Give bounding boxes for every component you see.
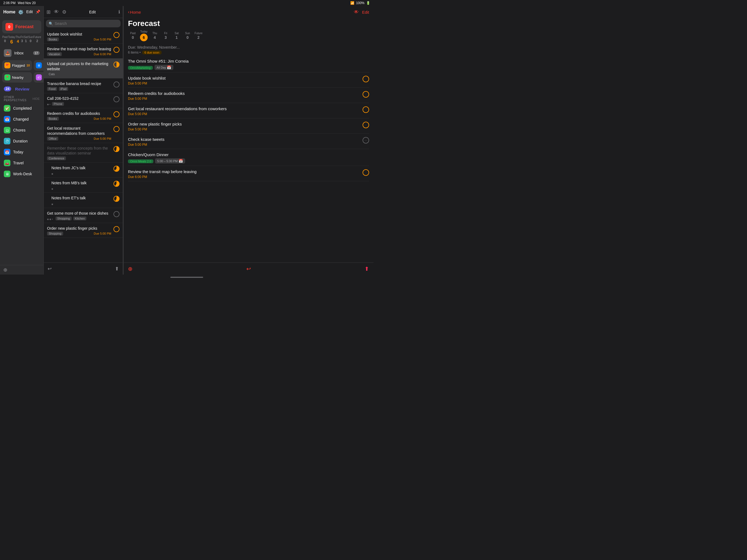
task-checkbox[interactable] bbox=[113, 96, 120, 102]
eye-icon[interactable]: 👁 bbox=[354, 9, 359, 15]
undo-icon[interactable]: ↩ bbox=[247, 265, 251, 272]
task-due: Due 5:00 PM bbox=[94, 117, 111, 120]
sidebar-item-tags[interactable]: 🏷 Tags bbox=[34, 72, 44, 82]
task-checkbox[interactable] bbox=[113, 111, 120, 117]
sidebar-item-forecast[interactable]: 0 Forecast bbox=[2, 20, 41, 33]
task-item[interactable]: Get some more of those nice dishes ■ ■ •… bbox=[44, 208, 123, 223]
sidebar-item-review[interactable]: 24 Review bbox=[0, 84, 44, 94]
review-badge: 24 bbox=[4, 86, 11, 91]
sidebar-item-chores[interactable]: 🗂 Chores bbox=[0, 125, 44, 136]
sidebar-grid: 🚩 Flagged 10 ⊞ Projects 📍 Nearby 🏷 Tags bbox=[0, 59, 44, 84]
search-input[interactable] bbox=[55, 21, 118, 26]
task-checkbox[interactable] bbox=[113, 81, 120, 87]
right-checkbox[interactable]: ··· bbox=[363, 137, 369, 144]
right-task-item[interactable]: The Omni Show #51: Jim Correia OmniMarke… bbox=[128, 55, 369, 73]
sidebar-item-flagged[interactable]: 🚩 Flagged 10 bbox=[2, 60, 32, 71]
right-checkbox[interactable] bbox=[363, 122, 369, 128]
right-task-item[interactable]: Update book wishlist Due 5:00 PM bbox=[128, 73, 369, 88]
items-summary: 6 items • 6 due soon bbox=[128, 51, 369, 54]
forecast-days-row: Past 0 Today 6 Thu 4 Fri 3 Sat 1 bbox=[0, 34, 44, 47]
status-bar: 2:06 PM Wed Nov 20 📶 100% 🔋 bbox=[0, 0, 374, 6]
task-item[interactable]: Review the transit map before leaving Va… bbox=[44, 44, 123, 58]
task-tag: Books bbox=[47, 117, 59, 121]
task-item[interactable]: Notes from MB's talk ■ bbox=[44, 178, 123, 193]
right-checkbox[interactable] bbox=[363, 169, 369, 176]
sidebar-item-duration[interactable]: ⏱ Duration bbox=[0, 136, 44, 147]
right-checkbox[interactable] bbox=[363, 91, 369, 98]
task-checkbox[interactable] bbox=[113, 181, 120, 187]
task-meta: Cats bbox=[47, 72, 111, 76]
changed-icon: 📅 bbox=[4, 116, 10, 123]
add-task-icon[interactable]: ⊕ bbox=[128, 265, 133, 272]
right-task-item[interactable]: Check kcase tweets Due 5:00 PM ··· bbox=[128, 134, 369, 149]
task-checkbox[interactable] bbox=[113, 32, 120, 38]
task-checkbox[interactable] bbox=[113, 126, 120, 132]
task-checkbox[interactable] bbox=[113, 226, 120, 232]
share-icon[interactable]: ⬆ bbox=[115, 266, 119, 272]
right-edit-button[interactable]: Edit bbox=[362, 10, 369, 15]
task-item[interactable]: Get local restaurant recommendations fro… bbox=[44, 123, 123, 143]
duration-label: Duration bbox=[13, 139, 28, 143]
right-task-item[interactable]: Review the transit map before leaving Du… bbox=[128, 166, 369, 181]
task-item[interactable]: Transcribe banana bread recipe Food iPad bbox=[44, 78, 123, 93]
right-bottom-bar: ⊕ ↩ ⬆ bbox=[124, 262, 374, 275]
sidebar-item-inbox[interactable]: 📥 Inbox 17 bbox=[0, 47, 44, 59]
day-col-today[interactable]: Today 6 bbox=[139, 30, 149, 41]
right-checkbox[interactable] bbox=[363, 76, 369, 82]
right-task-item[interactable]: Order new plastic finger picks Due 5:00 … bbox=[128, 119, 369, 134]
wifi-icon: 📶 bbox=[350, 1, 354, 5]
status-time: 2:06 PM bbox=[3, 1, 16, 5]
hide-button[interactable]: HIDE bbox=[32, 97, 40, 100]
add-perspective-icon[interactable]: ⊕ bbox=[3, 267, 7, 273]
sidebar-item-today[interactable]: 📅 Today bbox=[0, 147, 44, 157]
pin-icon[interactable]: 📌 bbox=[35, 9, 40, 15]
middle-panel: ⊞ 👁 ⚙ Edit ℹ 🔍 Update book wishlist Book… bbox=[44, 6, 123, 275]
right-task-item[interactable]: Get local restaurant recommendations fro… bbox=[128, 103, 369, 119]
task-checkbox[interactable] bbox=[113, 146, 120, 152]
sidebar-item-nearby[interactable]: 📍 Nearby bbox=[2, 72, 32, 82]
filter-icon[interactable]: ⚙ bbox=[62, 9, 67, 15]
undo-icon[interactable]: ↩ bbox=[48, 266, 52, 272]
task-checkbox[interactable] bbox=[113, 211, 120, 217]
sidebar-item-projects[interactable]: ⊞ Projects bbox=[34, 60, 44, 71]
flagged-badge: 10 bbox=[27, 64, 30, 67]
back-button[interactable]: ‹ Home bbox=[128, 9, 141, 15]
info-icon[interactable]: ℹ bbox=[119, 9, 120, 15]
view-icon[interactable]: ⊞ bbox=[47, 9, 51, 15]
task-title: Review the transit map before leaving bbox=[47, 47, 111, 51]
middle-edit-button[interactable]: Edit bbox=[89, 10, 96, 14]
task-item[interactable]: Order new plastic finger picks Shopping … bbox=[44, 223, 123, 238]
other-perspectives-header: OTHER PERSPECTIVES HIDE bbox=[0, 94, 44, 103]
forecast-day-today: Today 6 bbox=[8, 35, 15, 45]
task-due: Due 5:00 PM bbox=[94, 232, 111, 235]
sidebar-item-changed[interactable]: 📅 Changed bbox=[0, 114, 44, 125]
task-item[interactable]: Redeem credits for audiobooks Books Due … bbox=[44, 108, 123, 123]
task-item[interactable]: Update book wishlist Books Due 5:00 PM bbox=[44, 29, 123, 44]
task-title: Transcribe banana bread recipe bbox=[47, 81, 111, 86]
right-checkbox[interactable] bbox=[363, 106, 369, 113]
sidebar-item-completed[interactable]: ✅ Completed bbox=[0, 103, 44, 114]
task-item[interactable]: Remember these concepts from the data vi… bbox=[44, 143, 123, 163]
edit-button[interactable]: Edit bbox=[26, 9, 33, 15]
sidebar-item-workdesk[interactable]: 🖥 Work-Desk bbox=[0, 169, 44, 179]
search-bar[interactable]: 🔍 bbox=[46, 20, 121, 27]
items-count: 6 items • bbox=[128, 51, 140, 54]
right-task-item[interactable]: Chicken/Quorn Dinner Omni Meals 2.0 5:00… bbox=[128, 149, 369, 166]
forecast-day-future: Future 2 bbox=[33, 35, 41, 45]
middle-toolbar: ⊞ 👁 ⚙ Edit ℹ bbox=[44, 6, 123, 18]
task-item[interactable]: Notes from JC's talk ■ bbox=[44, 163, 123, 178]
task-checkbox[interactable] bbox=[113, 61, 120, 68]
task-checkbox[interactable] bbox=[113, 47, 120, 53]
settings-icon[interactable]: ⚙️ bbox=[18, 9, 24, 15]
sidebar-item-travel[interactable]: 🚗 Travel bbox=[0, 157, 44, 169]
projects-icon: ⊞ bbox=[36, 62, 42, 68]
eye-toggle-icon[interactable]: 👁 bbox=[54, 9, 59, 15]
task-item[interactable]: Call 206-523-4152 ■ • Phone bbox=[44, 93, 123, 108]
right-task-item[interactable]: Redeem credits for audiobooks Due 5:00 P… bbox=[128, 88, 369, 103]
task-checkbox[interactable] bbox=[113, 166, 120, 172]
task-checkbox[interactable] bbox=[113, 196, 120, 202]
task-item[interactable]: Notes from ET's talk ■ bbox=[44, 193, 123, 208]
task-item[interactable]: Upload cat pictures to the marketing web… bbox=[44, 58, 123, 78]
share-icon[interactable]: ⬆ bbox=[364, 265, 369, 272]
task-tag: Phone bbox=[52, 102, 64, 106]
